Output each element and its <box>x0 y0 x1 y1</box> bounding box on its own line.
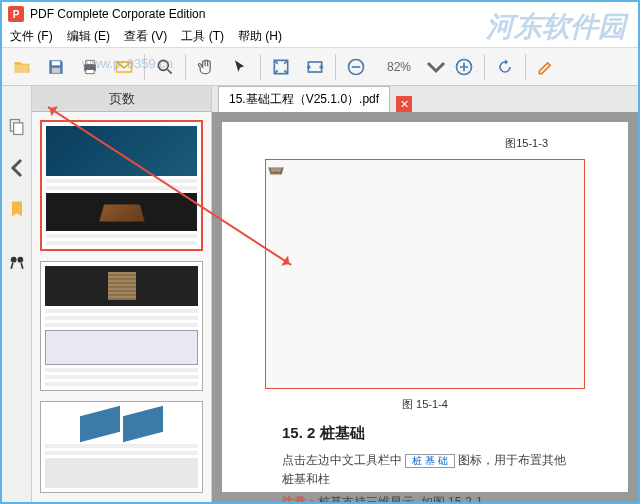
menu-file[interactable]: 文件 (F) <box>4 26 59 47</box>
menu-help[interactable]: 帮助 (H) <box>232 26 288 47</box>
svg-rect-12 <box>13 123 22 135</box>
fit-page-button[interactable] <box>265 51 297 83</box>
thumbnail-list[interactable] <box>32 112 211 502</box>
figure-label-mid: 图 15-1-4 <box>242 397 608 412</box>
bookmarks-button[interactable] <box>6 198 28 220</box>
thumbnail-page-3[interactable] <box>40 401 203 493</box>
zoom-out-button[interactable] <box>340 51 372 83</box>
app-icon: P <box>8 6 24 22</box>
open-button[interactable] <box>6 51 38 83</box>
figure-3d-model <box>265 159 585 389</box>
svg-marker-19 <box>272 172 280 173</box>
find-button[interactable] <box>6 252 28 274</box>
hand-tool-button[interactable] <box>190 51 222 83</box>
zoom-dropdown-icon[interactable] <box>426 57 446 77</box>
pages-panel-button[interactable] <box>6 116 28 138</box>
close-tab-button[interactable]: ✕ <box>396 96 412 112</box>
figure-label-top: 图15-1-3 <box>242 136 548 151</box>
svg-point-14 <box>17 257 23 263</box>
tab-label: 15.基础工程（V25.1.0）.pdf <box>229 91 379 108</box>
edit-button[interactable] <box>530 51 562 83</box>
menu-tools[interactable]: 工具 (T) <box>175 26 230 47</box>
svg-rect-0 <box>52 61 60 65</box>
panel-collapse-icon[interactable] <box>7 158 27 178</box>
watermark-url: www.pc0359.cn <box>82 56 173 71</box>
page-view[interactable]: 图15-1-3 <box>222 122 628 492</box>
rotate-button[interactable] <box>489 51 521 83</box>
thumbnail-page-1[interactable] <box>40 120 203 251</box>
zoom-value[interactable]: 82% <box>374 60 424 74</box>
app-title: PDF Complete Corporate Edition <box>30 7 205 21</box>
paragraph-note: 注意：桩基支持三维显示, 如图 15-2-1。 <box>282 493 568 502</box>
menu-view[interactable]: 查看 (V) <box>118 26 173 47</box>
select-tool-button[interactable] <box>224 51 256 83</box>
inline-toolbar-icon: 桩 基 础 <box>405 454 455 468</box>
save-button[interactable] <box>40 51 72 83</box>
svg-rect-26 <box>276 171 277 172</box>
menu-edit[interactable]: 编辑 (E) <box>61 26 116 47</box>
section-heading: 15. 2 桩基础 <box>282 424 568 443</box>
zoom-in-button[interactable] <box>448 51 480 83</box>
panel-title: 页数 <box>32 86 211 112</box>
thumbnail-page-2[interactable] <box>40 261 203 391</box>
svg-point-13 <box>10 257 16 263</box>
svg-rect-25 <box>275 171 276 172</box>
document-tab[interactable]: 15.基础工程（V25.1.0）.pdf <box>218 86 390 112</box>
fit-width-button[interactable] <box>299 51 331 83</box>
svg-rect-1 <box>52 67 60 72</box>
paragraph-1: 点击左边中文工具栏中 桩 基 础 图标，用于布置其他桩基和柱 <box>282 451 568 489</box>
